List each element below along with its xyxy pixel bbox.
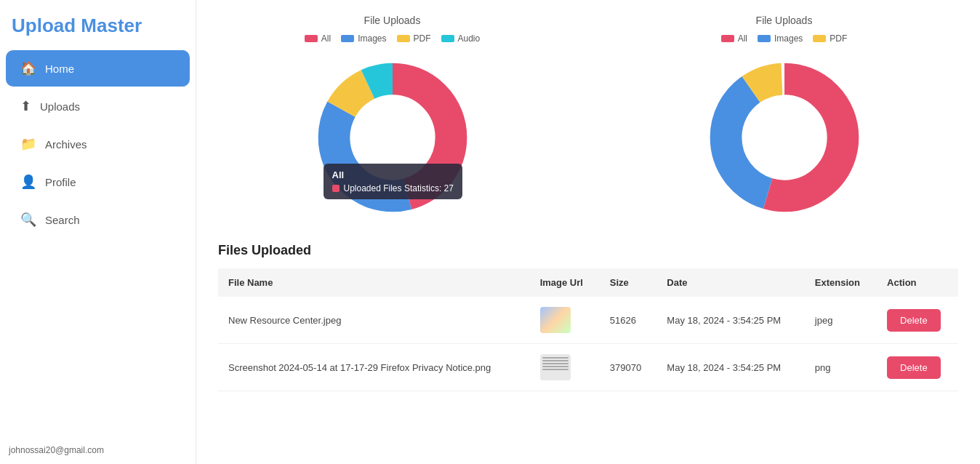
delete-button[interactable]: Delete [887, 356, 941, 379]
files-table: File Name Image Url Size Date Extension … [218, 268, 958, 391]
sidebar: Upload Master 🏠Home⬆Uploads📁Archives👤Pro… [0, 0, 196, 464]
sidebar-item-home[interactable]: 🏠Home [6, 50, 190, 87]
cell-extension: png [805, 344, 877, 391]
search-icon: 🔍 [20, 212, 36, 228]
cell-filename: New Resource Center.jpeg [218, 297, 530, 344]
table-body: New Resource Center.jpeg51626May 18, 202… [218, 297, 958, 391]
legend2-images: Images [758, 33, 803, 44]
table-header-row: File Name Image Url Size Date Extension … [218, 268, 958, 297]
charts-row: File Uploads All Images PDF Audio [218, 15, 958, 221]
legend2-pdf-label: PDF [830, 33, 847, 44]
legend2-images-color [758, 35, 771, 42]
table-row: Screenshot 2024-05-14 at 17-17-29 Firefo… [218, 344, 958, 391]
user-email: johnossai20@gmail.com [9, 445, 104, 455]
col-extension: Extension [805, 268, 877, 297]
thumb-image [540, 307, 571, 333]
chart-2-svg [701, 54, 868, 221]
table-row: New Resource Center.jpeg51626May 18, 202… [218, 297, 958, 344]
sidebar-item-search[interactable]: 🔍Search [6, 201, 190, 238]
legend2-all-label: All [738, 33, 747, 44]
legend-all: All [305, 33, 331, 44]
thumb-line [542, 357, 569, 359]
chart-2-title: File Uploads [756, 15, 813, 26]
sidebar-item-uploads[interactable]: ⬆Uploads [6, 88, 190, 124]
chart-1-legend: All Images PDF Audio [305, 33, 480, 44]
sidebar-item-archives[interactable]: 📁Archives [6, 126, 190, 162]
delete-button[interactable]: Delete [887, 309, 941, 332]
legend-all-color [305, 35, 318, 42]
legend2-all: All [721, 33, 747, 44]
main-content: File Uploads All Images PDF Audio [196, 0, 980, 464]
cell-size: 51626 [600, 297, 657, 344]
col-action: Action [877, 268, 958, 297]
logo-text-accent: Master [81, 15, 142, 36]
profile-icon: 👤 [20, 174, 36, 190]
logo-text-plain: Upload [12, 15, 76, 36]
thumbnail [540, 354, 571, 380]
section-title: Files Uploaded [218, 243, 958, 258]
table-head: File Name Image Url Size Date Extension … [218, 268, 958, 297]
thumb-line [542, 363, 569, 364]
archives-label: Archives [45, 138, 87, 151]
legend2-all-color [721, 35, 734, 42]
sidebar-item-profile[interactable]: 👤Profile [6, 164, 190, 200]
legend-audio: Audio [441, 33, 481, 44]
col-date: Date [656, 268, 805, 297]
donut2-hole [742, 96, 826, 180]
cell-size: 379070 [600, 344, 657, 391]
legend-audio-color [441, 35, 454, 42]
thumb-line [542, 369, 569, 370]
cell-action: Delete [877, 297, 958, 344]
thumbnail [540, 307, 571, 333]
legend-audio-label: Audio [458, 33, 481, 44]
files-table-section: Files Uploaded File Name Image Url Size … [218, 243, 958, 391]
legend2-pdf: PDF [813, 33, 847, 44]
tooltip-row: Uploaded Files Statistics: 27 [332, 183, 454, 193]
uploads-icon: ⬆ [20, 98, 31, 114]
chart-2-legend: All Images PDF [721, 33, 848, 44]
cell-date: May 18, 2024 - 3:54:25 PM [656, 344, 805, 391]
cell-action: Delete [877, 344, 958, 391]
tooltip-title: All [332, 169, 454, 180]
search-label: Search [45, 214, 80, 226]
chart-tooltip: All Uploaded Files Statistics: 27 [324, 164, 462, 199]
cell-date: May 18, 2024 - 3:54:25 PM [656, 297, 805, 344]
chart-1: File Uploads All Images PDF Audio [218, 15, 566, 221]
profile-label: Profile [45, 176, 76, 188]
chart-1-title: File Uploads [364, 15, 421, 26]
legend-images: Images [341, 33, 386, 44]
tooltip-text: Uploaded Files Statistics: 27 [344, 183, 454, 193]
col-size: Size [600, 268, 657, 297]
tooltip-dot [332, 185, 340, 192]
legend-pdf-label: PDF [414, 33, 431, 44]
home-icon: 🏠 [20, 60, 36, 76]
thumb-line [542, 360, 569, 361]
sidebar-nav: 🏠Home⬆Uploads📁Archives👤Profile🔍Search [0, 49, 196, 239]
legend2-images-label: Images [774, 33, 803, 44]
col-imageurl: Image Url [530, 268, 600, 297]
cell-thumb [530, 344, 600, 391]
legend2-pdf-color [813, 35, 826, 42]
archives-icon: 📁 [20, 136, 36, 152]
cell-filename: Screenshot 2024-05-14 at 17-17-29 Firefo… [218, 344, 530, 391]
legend-images-label: Images [358, 33, 386, 44]
legend-pdf-color [397, 35, 410, 42]
uploads-label: Uploads [40, 100, 80, 113]
chart-2-donut [701, 54, 868, 221]
app-logo: Upload Master [0, 0, 196, 49]
legend-pdf: PDF [397, 33, 431, 44]
home-label: Home [45, 63, 74, 75]
legend-images-color [341, 35, 354, 42]
cell-thumb [530, 297, 600, 344]
legend-all-label: All [321, 33, 331, 44]
col-filename: File Name [218, 268, 530, 297]
chart-2: File Uploads All Images PDF [610, 15, 958, 221]
thumb-line [542, 366, 569, 367]
cell-extension: jpeg [805, 297, 877, 344]
chart-1-donut: All Uploaded Files Statistics: 27 [309, 54, 476, 221]
thumb-doc [540, 354, 571, 380]
